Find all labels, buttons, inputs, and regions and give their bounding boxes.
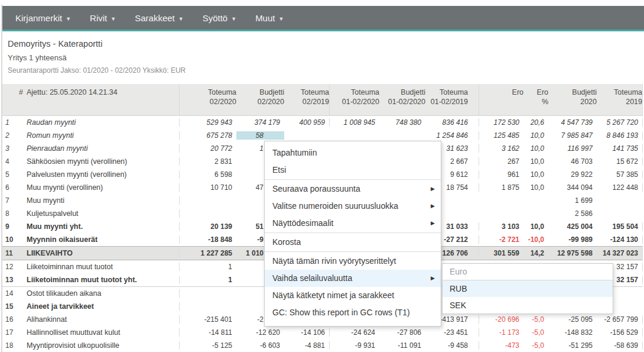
value-cell[interactable]: 10,0 (523, 144, 548, 153)
value-cell[interactable]: 2 586 (548, 209, 597, 218)
value-cell[interactable]: -5,0 (523, 341, 548, 350)
row-label[interactable]: Muu myynti (verollinen) (20, 183, 180, 192)
row-label[interactable]: Raudan myynti (20, 118, 180, 127)
row-label[interactable]: Hallinnolliset muuttuvat kulut (20, 328, 180, 337)
value-cell[interactable]: 374 179 (236, 118, 284, 127)
value-cell[interactable]: 3 162 (479, 144, 523, 153)
value-cell[interactable]: 20,6 (523, 118, 548, 127)
context-menu-item-n-yt-k-tketyt-nimet-ja-sarakkeet[interactable]: Näytä kätketyt nimet ja sarakkeet (265, 287, 441, 304)
value-cell[interactable]: -5,0 (523, 315, 548, 324)
value-cell[interactable]: 7 985 847 (548, 131, 597, 140)
row-label[interactable]: Palvelusten myynti (verollinen) (20, 170, 180, 179)
value-cell[interactable]: 10,0 (523, 222, 548, 231)
value-cell[interactable]: -20 696 (479, 315, 523, 324)
value-cell[interactable]: -99 989 (548, 235, 597, 244)
row-label[interactable]: Myynnin oikaisuerät (20, 235, 180, 244)
value-cell[interactable]: 1 (180, 263, 236, 271)
value-cell[interactable]: -14 106 (284, 328, 330, 337)
value-cell[interactable]: -23 451 (425, 328, 479, 337)
value-cell[interactable]: -6 603 (236, 341, 284, 350)
row-label[interactable]: Muu myynti (20, 196, 180, 205)
value-cell[interactable]: 425 004 (548, 222, 597, 231)
value-cell[interactable]: 20 772 (180, 144, 236, 153)
value-cell[interactable]: 1 254 846 (425, 131, 479, 140)
value-cell[interactable]: 122 448 (597, 183, 643, 192)
value-cell[interactable]: 10,0 (523, 157, 548, 166)
menu-item-rivit[interactable]: Rivit▼ (90, 13, 116, 23)
menu-item-kirjanmerkit[interactable]: Kirjanmerkit▼ (15, 13, 71, 23)
row-label[interactable]: Ostot tilikauden aikana (20, 289, 180, 298)
currency-filter-input[interactable]: Euro (443, 264, 613, 280)
menu-item-muut[interactable]: Muut▼ (255, 13, 284, 23)
value-cell[interactable]: 4 547 739 (548, 118, 597, 127)
value-cell[interactable]: 1 227 285 (180, 249, 236, 257)
value-cell[interactable]: -18 848 (180, 235, 236, 244)
value-cell[interactable]: 10,0 (523, 131, 548, 140)
row-label[interactable]: Liiketoiminnan muut tuotot (20, 263, 180, 271)
value-cell[interactable]: 57 385 (597, 170, 643, 179)
value-cell[interactable]: 748 380 (379, 118, 425, 127)
value-cell[interactable]: 1 875 (479, 183, 523, 192)
value-cell[interactable]: -12 620 (236, 328, 284, 337)
value-cell[interactable]: 400 959 (284, 118, 330, 127)
value-cell[interactable]: -2 721 (479, 235, 523, 244)
value-cell[interactable]: 1 (180, 276, 236, 284)
row-label[interactable]: Pienraudan myynti (20, 144, 180, 153)
value-cell[interactable]: 141 735 (597, 144, 643, 153)
context-menu-item-etsi[interactable]: Etsi (265, 162, 441, 179)
row-label[interactable]: Sähköosien myynti (verollinen) (20, 157, 180, 166)
value-cell[interactable]: 14 327 023 (597, 249, 643, 257)
context-menu-item-valitse-numeroiden-suuruusluokka[interactable]: Valitse numeroiden suuruusluokka▶ (265, 198, 441, 215)
value-cell[interactable]: 529 943 (180, 118, 236, 127)
value-cell[interactable]: 1 699 (548, 196, 597, 205)
value-cell[interactable]: 2 831 (180, 157, 236, 166)
value-cell[interactable]: -58 639 (597, 341, 643, 350)
value-cell[interactable]: 29 922 (548, 170, 597, 179)
value-cell[interactable]: 961 (479, 170, 523, 179)
value-cell[interactable]: 6 598 (180, 170, 236, 179)
menu-item-sy-tt[interactable]: Syöttö▼ (203, 13, 236, 23)
value-cell[interactable]: 3 103 (479, 222, 523, 231)
value-cell[interactable]: 15 672 (597, 157, 643, 166)
value-cell[interactable]: 12 975 598 (548, 249, 597, 257)
value-cell[interactable]: 675 278 (180, 131, 236, 140)
value-cell[interactable]: -156 529 (597, 328, 643, 337)
value-cell[interactable]: -51 295 (548, 341, 597, 350)
context-menu-item-vaihda-selailuvaluutta[interactable]: Vaihda selailuvaluutta▶ (265, 270, 441, 287)
value-cell[interactable]: 172 530 (479, 118, 523, 127)
context-menu-item-seuraava-poraussuunta[interactable]: Seuraava poraussuunta▶ (265, 180, 441, 198)
row-label[interactable]: Liiketoiminnan muut tuotot yht. (20, 276, 180, 284)
value-cell[interactable]: -124 130 (597, 235, 643, 244)
value-cell[interactable]: 10,0 (523, 170, 548, 179)
menu-item-sarakkeet[interactable]: Sarakkeet▼ (135, 13, 183, 23)
value-cell[interactable]: -5,0 (523, 328, 548, 337)
context-menu-item-n-yt-t-m-n-rivin-vy-rytyserittelyt[interactable]: Näytä tämän rivin vyörytyserittelyt (265, 253, 441, 270)
value-cell[interactable]: -10,0 (523, 235, 548, 244)
value-cell[interactable]: -25 095 (548, 315, 597, 324)
value-cell[interactable]: -9 931 (330, 341, 379, 350)
value-cell[interactable]: 58 (236, 131, 284, 140)
value-cell[interactable]: 344 094 (548, 183, 597, 192)
value-cell[interactable]: 46 703 (548, 157, 597, 166)
context-menu-item-n-ytt-desimaalit[interactable]: Näyttödesimaalit▶ (265, 215, 441, 232)
value-cell[interactable]: -1 173 (479, 328, 523, 337)
value-cell[interactable]: 14,2 (523, 249, 548, 257)
context-menu-item-gc-show-this-report-in-gc-rows-t1[interactable]: GC: Show this report in GC rows (T1) (265, 304, 441, 321)
value-cell[interactable]: 301 559 (479, 249, 523, 257)
row-label[interactable]: Alihankinnat (20, 315, 180, 324)
value-cell[interactable]: 267 (479, 157, 523, 166)
value-cell[interactable]: -215 401 (180, 315, 236, 324)
value-cell[interactable]: 8 846 193 (597, 131, 643, 140)
value-cell[interactable]: 10,0 (523, 183, 548, 192)
context-menu-item-tapahtumiin[interactable]: Tapahtumiin (265, 144, 441, 162)
row-label[interactable]: LIIKEVAIHTO (20, 249, 180, 257)
value-cell[interactable]: 20 139 (180, 222, 236, 231)
row-label[interactable]: Romun myynti (20, 131, 180, 140)
value-cell[interactable]: -27 806 (379, 328, 425, 337)
value-cell[interactable]: 195 504 (597, 222, 643, 231)
row-label[interactable]: Kuljetuspalvelut (20, 209, 180, 218)
value-cell[interactable]: 1 008 945 (330, 118, 379, 127)
value-cell[interactable]: -2 657 799 (597, 315, 643, 324)
value-cell[interactable]: -473 (479, 341, 523, 350)
value-cell[interactable]: -5 125 (180, 341, 236, 350)
